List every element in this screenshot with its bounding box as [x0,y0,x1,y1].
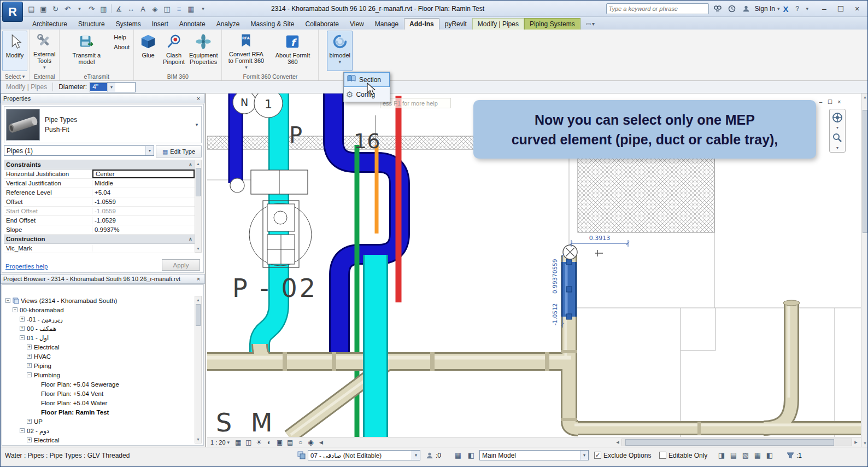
visual-style-icon[interactable]: ◫ [243,438,254,447]
help-icon[interactable]: ? [791,3,802,14]
zoom-icon[interactable] [831,131,844,144]
project-browser-header[interactable]: Project Browser - 2314 - Khoramabad Sout… [1,274,205,284]
tree-expand-icon[interactable]: + [27,363,32,368]
tree-item[interactable]: + Piping [3,361,195,370]
design-option-combo-arrow[interactable]: ▾ [580,451,588,460]
application-menu-button[interactable]: R [2,2,23,22]
transmit-model-button[interactable]: Transmit a model [61,31,112,71]
scroll-up-icon[interactable]: ▲ [195,296,201,303]
thin-lines-icon[interactable]: ≡ [173,3,185,15]
scroll-down-icon[interactable]: ▼ [195,245,201,252]
dimension-value[interactable]: 0.99370559 [552,259,558,294]
scroll-up-icon[interactable]: ▲ [861,94,868,101]
scrollbar-thumb[interactable] [196,304,201,326]
properties-close-icon[interactable]: × [195,95,202,102]
undo-icon[interactable]: ↶ [62,3,73,15]
properties-help-link[interactable]: Properties help [5,263,48,270]
editable-only-checkbox[interactable] [659,452,666,459]
group-collapse-icon[interactable]: ∧ [189,236,192,242]
tab-insert[interactable]: Insert [146,18,174,30]
tab-modify-pipes[interactable]: Modify | Pipes [472,18,524,30]
property-row[interactable]: End Offset -1.0529 [4,216,195,225]
property-row[interactable]: Reference Level +5.04 [4,188,195,197]
select-pinned-icon[interactable]: ◧ [765,451,775,460]
section-icon[interactable]: ◫ [161,3,173,15]
detail-level-icon[interactable]: ▦ [233,438,243,447]
tab-massing-site[interactable]: Massing & Site [245,18,300,30]
tree-item-view[interactable]: Floor Plan: +5.04 Water [3,398,195,407]
group-collapse-icon[interactable]: ∧ [189,162,192,167]
minimize-button[interactable]: – [816,2,832,15]
open-icon[interactable]: ▤ [26,3,37,15]
tree-expand-icon[interactable]: + [27,345,32,349]
scroll-up-icon[interactable]: ▲ [195,160,201,167]
redo-icon[interactable]: ↷ [86,3,97,15]
background-processes-icon[interactable]: ▧ [741,451,750,460]
pipe-grip[interactable] [566,259,572,265]
design-option-combo[interactable]: Main Model ▾ [479,450,589,461]
apply-button[interactable]: Apply [162,259,200,271]
tree-item-views-root[interactable]: − Views (2314 - Khoramabad South) [3,296,195,305]
tree-item-view[interactable]: Floor Plan: +5.04 Sewerage [3,380,195,389]
tree-expand-icon[interactable]: + [27,419,32,424]
exchange-apps-icon[interactable]: X [783,4,788,14]
ribbon-display-toggle[interactable]: ▭ ▾ [586,18,595,30]
tab-analyze[interactable]: Analyze [211,18,245,30]
modify-button[interactable]: Modify [2,31,27,71]
help-dropdown-icon[interactable]: ▾ [806,6,808,11]
tab-piping-systems[interactable]: Piping Systems [524,18,580,30]
project-browser-close-icon[interactable]: × [195,276,202,282]
selection-filter[interactable]: :1 [787,450,802,461]
tree-expand-icon[interactable]: − [20,335,25,340]
property-row[interactable]: Vertical Justification Middle [4,179,195,188]
clash-pinpoint-button[interactable]: Clash Pinpoint [161,31,187,71]
sun-path-icon[interactable]: ☀ [254,438,264,447]
tree-expand-icon[interactable]: + [20,317,25,322]
tab-collaborate[interactable]: Collaborate [300,18,344,30]
design-options-icon[interactable]: ◧ [466,450,476,461]
sync-icon[interactable]: ↻ [50,3,61,15]
properties-scrollbar[interactable]: ▲ ▼ [195,160,202,253]
tree-expand-icon[interactable]: + [27,354,32,359]
select-links-icon[interactable]: ▦ [753,451,763,460]
type-selector[interactable]: Pipe Types Push-Fit ▾ [4,106,202,143]
tree-item[interactable]: − 01 - اول [3,333,195,342]
tree-item[interactable]: + 00 - همکف [3,324,195,333]
tree-item[interactable]: − 00-khoramabad [3,305,195,314]
aligned-dimension-icon[interactable]: ↔ [125,3,137,15]
tree-expand-icon[interactable]: − [27,372,32,377]
horizontal-scrollbar[interactable]: ◀ ▶ [614,439,860,446]
property-row[interactable]: Vic_Mark [4,244,195,253]
tree-item[interactable]: + HVAC [3,352,195,361]
steering-wheel-icon[interactable] [831,111,844,124]
tree-item-view[interactable]: Floor Plan: +5.04 Vent [3,389,195,398]
browser-scrollbar[interactable]: ▲ ▼ [195,296,202,443]
property-row[interactable]: Horizontal Justification Center [4,170,195,179]
workset-combo-arrow[interactable]: ▾ [412,451,420,460]
tree-item[interactable]: − 02 - دوم [3,426,195,435]
diameter-combo[interactable]: 4" ▾ [90,82,136,92]
vertical-scrollbar[interactable]: ▲ ▼ [861,94,868,447]
default-3d-view-icon[interactable]: ◈ [149,3,161,15]
group-header-construction[interactable]: Construction ∧ [4,235,195,244]
tab-pyrevit[interactable]: pyRevit [439,18,472,30]
tab-add-ins[interactable]: Add-Ins [404,18,439,30]
tab-systems[interactable]: Systems [110,18,146,30]
bimodel-button[interactable]: bimodel ▾ [327,31,353,71]
tab-annotate[interactable]: Annotate [174,18,211,30]
shadows-icon[interactable]: ◐ [264,438,274,447]
exclude-options-checkbox[interactable]: ✓ [594,452,601,459]
about-button[interactable]: About [114,44,130,50]
dimension-value[interactable]: -1.0512 [552,303,558,325]
search-icon[interactable] [712,3,723,14]
press-drag-icon[interactable]: ◨ [717,451,726,460]
selected-pipe[interactable] [566,259,572,319]
panel-label-select[interactable]: Select ▾ [1,72,29,81]
diameter-combo-arrow[interactable]: ▾ [107,83,115,92]
scroll-left-icon[interactable]: ◀ [614,439,621,446]
valve[interactable] [563,245,603,259]
scrollbar-thumb[interactable] [625,439,834,446]
tab-structure[interactable]: Structure [73,18,110,30]
save-icon[interactable]: ▣ [38,3,49,15]
tab-view[interactable]: View [344,18,370,30]
